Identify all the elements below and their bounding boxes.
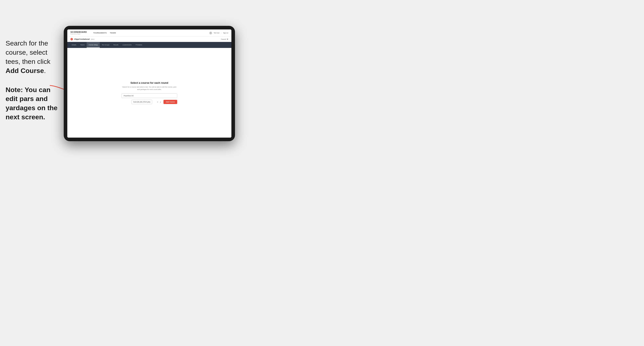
sign-out-link[interactable]: Sign out: [223, 32, 228, 34]
tab-teams[interactable]: Teams: [78, 42, 86, 48]
tab-printables[interactable]: Printables: [134, 42, 144, 48]
top-navigation: SCOREBOARD Powered by clippd TOURNAMENTS…: [67, 29, 232, 37]
annotation-search-text: Search for the course, select tees, then…: [6, 39, 63, 75]
annotation-note-text: Note: You can edit pars and yardages on …: [6, 85, 63, 122]
form-description: Search for a course and select a tee. Yo…: [122, 86, 177, 91]
tournament-name-area: C Clippd Invitational (Men): [70, 38, 94, 40]
annotation-add-course-bold: Add Course: [6, 67, 44, 74]
add-course-button[interactable]: Add Course: [164, 100, 177, 104]
tab-leaderboards[interactable]: Leaderboards: [120, 42, 134, 48]
form-title: Select a course for each round: [122, 81, 177, 84]
tournament-icon: C: [70, 38, 73, 40]
tab-results[interactable]: Results: [112, 42, 120, 48]
tablet-screen: SCOREBOARD Powered by clippd TOURNAMENTS…: [67, 29, 232, 138]
tee-chevron-icon: ▾: [160, 101, 161, 103]
gender-badge: (Men): [91, 39, 94, 40]
tab-course-setup[interactable]: Course Setup: [86, 42, 100, 48]
tee-select[interactable]: Gold (M) (M) (7010 yds): [132, 100, 152, 104]
cancel-button[interactable]: Cancel ✕: [221, 38, 228, 40]
annotation-block: Search for the course, select tees, then…: [6, 39, 63, 122]
nav-links: TOURNAMENTS TEAMS: [93, 32, 116, 34]
logo: SCOREBOARD Powered by clippd: [70, 31, 87, 35]
tournaments-nav-link[interactable]: TOURNAMENTS: [93, 32, 107, 34]
tournament-header: C Clippd Invitational (Men) Cancel ✕: [67, 37, 232, 42]
tab-navigation: Details Teams Course Setup Tee Groups Re…: [67, 42, 232, 48]
course-search-input[interactable]: [122, 93, 177, 98]
user-name: Test User: [214, 32, 220, 34]
cancel-x-icon: ✕: [227, 38, 228, 40]
course-selection-form: Select a course for each round Search fo…: [122, 81, 177, 104]
tablet-device: SCOREBOARD Powered by clippd TOURNAMENTS…: [64, 26, 235, 141]
tee-select-wrapper: Gold (M) (M) (7010 yds) ✕ ▾: [122, 100, 162, 104]
user-area: T Test User | Sign out: [209, 32, 228, 34]
teams-nav-link[interactable]: TEAMS: [110, 32, 116, 34]
user-avatar: T: [209, 32, 212, 34]
logo-area: SCOREBOARD Powered by clippd TOURNAMENTS…: [70, 31, 116, 35]
nav-separator: |: [221, 32, 222, 34]
tab-tee-groups[interactable]: Tee Groups: [100, 42, 112, 48]
main-content: Select a course for each round Search fo…: [67, 48, 232, 138]
tee-select-row: Gold (M) (M) (7010 yds) ✕ ▾ Add Course: [122, 100, 177, 104]
tab-details[interactable]: Details: [70, 42, 78, 48]
tournament-name: Clippd Invitational: [74, 38, 90, 40]
tee-clear-icon[interactable]: ✕: [157, 101, 158, 103]
annotation-period: .: [44, 67, 46, 74]
